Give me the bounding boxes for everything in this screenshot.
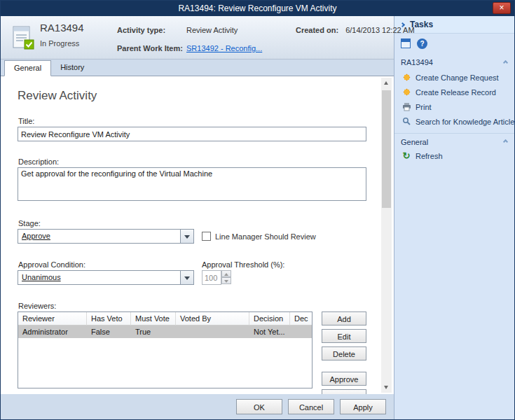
task-create-change-request[interactable]: Create Change Request: [394, 70, 514, 85]
task-search-knowledge-articles[interactable]: Search for Knowledge Articles: [394, 114, 514, 129]
work-item-id: RA13494: [40, 22, 84, 34]
tab-history[interactable]: History: [51, 60, 93, 76]
task-refresh[interactable]: ↻ Refresh: [394, 148, 514, 163]
printer-icon: [401, 102, 411, 111]
approval-condition-dropdown-button[interactable]: [180, 271, 193, 284]
form-heading: Review Activity: [18, 89, 97, 103]
spinner-buttons: [221, 270, 231, 285]
line-manager-checkbox[interactable]: Line Manager Should Review: [202, 232, 316, 241]
cell-decision: Not Yet...: [249, 326, 290, 338]
column-header-decision-date[interactable]: Dec: [290, 312, 313, 326]
tasks-pane: Tasks ? RA13494 Create Change Request: [394, 16, 514, 419]
approval-condition-label: Approval Condition:: [18, 260, 85, 269]
chevron-up-icon: [503, 139, 508, 144]
header-meta-row: Parent Work Item:SR13492 - Reconfig...: [117, 44, 262, 52]
window-title: RA13494: Review Reconfigure VM Activity: [1, 1, 514, 16]
created-on-value: 6/14/2013 12:22 AM: [345, 26, 414, 34]
cell-has-veto: False: [87, 326, 131, 338]
apply-button[interactable]: Apply: [340, 399, 386, 414]
cell-voted-by: [176, 326, 249, 338]
stage-label: Stage:: [18, 219, 41, 227]
activity-type-label: Activity type:: [117, 26, 186, 34]
tasks-section-header-workitem[interactable]: RA13494: [394, 55, 514, 70]
work-item-header: RA13494 In Progress Activity type:Review…: [1, 16, 394, 59]
scroll-up-icon[interactable]: [381, 78, 392, 88]
task-create-release-record[interactable]: Create Release Record: [394, 85, 514, 99]
vertical-scrollbar[interactable]: [381, 78, 392, 393]
tab-bar: General History: [1, 59, 394, 76]
spinner-down-icon[interactable]: [221, 277, 231, 284]
search-icon: [401, 117, 411, 126]
created-on-label: Created on:: [296, 26, 338, 34]
help-icon[interactable]: ?: [417, 38, 427, 49]
chevron-down-icon: [184, 235, 190, 239]
reviewers-table-header: Reviewer Has Veto Must Vote Voted By Dec…: [18, 312, 312, 326]
cancel-button[interactable]: Cancel: [288, 399, 334, 414]
task-item-label: Create Change Request: [416, 74, 499, 82]
stage-value: Approve: [22, 232, 50, 240]
task-item-label: Search for Knowledge Articles: [416, 118, 514, 126]
scrollbar-thumb[interactable]: [382, 90, 391, 208]
column-header-reviewer[interactable]: Reviewer: [18, 312, 87, 326]
starburst-icon: [401, 88, 411, 97]
stage-dropdown[interactable]: Approve: [18, 229, 194, 244]
task-item-label: Refresh: [416, 152, 443, 160]
form-view-icon[interactable]: [401, 38, 411, 48]
column-header-decision[interactable]: Decision: [249, 312, 290, 326]
chevron-up-icon: [503, 59, 508, 64]
reviewers-label: Reviewers:: [18, 302, 56, 310]
task-print[interactable]: Print: [394, 99, 514, 114]
edit-button[interactable]: Edit: [322, 329, 366, 343]
approval-condition-dropdown[interactable]: Unanimous: [18, 270, 194, 285]
approval-condition-value: Unanimous: [22, 273, 61, 281]
tasks-section-header-general[interactable]: General: [394, 133, 514, 148]
work-item-status: In Progress: [40, 39, 79, 48]
reject-button[interactable]: Reject: [322, 389, 366, 394]
column-header-must-vote[interactable]: Must Vote: [131, 312, 176, 326]
spinner-up-icon[interactable]: [221, 270, 231, 277]
task-item-label: Print: [416, 103, 432, 111]
tab-general[interactable]: General: [4, 60, 51, 76]
tasks-section-title: General: [401, 138, 428, 146]
approve-button[interactable]: Approve: [322, 372, 366, 386]
column-header-has-veto[interactable]: Has Veto: [87, 312, 131, 326]
description-input[interactable]: Get approval for the reconfiguring of th…: [18, 167, 366, 201]
ok-button[interactable]: OK: [236, 399, 282, 414]
form-pane: RA13494 In Progress Activity type:Review…: [1, 16, 394, 419]
form-body: Review Activity Title: Description: Get …: [1, 76, 394, 394]
column-header-voted-by[interactable]: Voted By: [176, 312, 249, 326]
description-label: Description:: [18, 158, 59, 166]
tasks-section-title: RA13494: [401, 58, 433, 66]
approval-threshold-label: Approval Threshold (%):: [202, 260, 284, 269]
add-button[interactable]: Add: [322, 312, 366, 326]
scroll-down-icon[interactable]: [381, 382, 392, 393]
cell-decision-date: [290, 326, 313, 338]
review-activity-icon: [11, 24, 36, 52]
window-body: RA13494 In Progress Activity type:Review…: [1, 16, 514, 419]
activity-window: RA13494: Review Reconfigure VM Activity …: [0, 0, 515, 420]
activity-type-value: Review Activity: [186, 26, 296, 34]
task-item-label: Create Release Record: [416, 88, 496, 97]
chevron-down-icon: [184, 276, 190, 280]
line-manager-label: Line Manager Should Review: [215, 232, 316, 241]
cell-reviewer: Administrator: [18, 326, 87, 338]
tasks-toolbar: ?: [394, 34, 514, 53]
approval-threshold-input[interactable]: [202, 270, 221, 285]
parent-work-item-label: Parent Work Item:: [117, 44, 186, 52]
approval-threshold-spinner: [202, 270, 231, 285]
close-button[interactable]: ×: [493, 2, 511, 14]
header-meta-row: Activity type:Review ActivityCreated on:…: [117, 26, 415, 34]
titlebar[interactable]: RA13494: Review Reconfigure VM Activity …: [1, 1, 514, 16]
delete-button[interactable]: Delete: [322, 346, 366, 360]
parent-work-item-link[interactable]: SR13492 - Reconfig...: [186, 44, 262, 52]
stage-dropdown-button[interactable]: [180, 230, 193, 243]
title-input[interactable]: [18, 127, 366, 141]
table-row[interactable]: Administrator False True Not Yet...: [18, 326, 312, 338]
title-label: Title:: [18, 117, 34, 125]
refresh-icon: ↻: [401, 151, 411, 160]
cell-must-vote: True: [131, 326, 176, 338]
checkbox-box-icon[interactable]: [202, 232, 211, 241]
starburst-icon: [401, 73, 411, 82]
dialog-footer: OK Cancel Apply: [1, 394, 394, 419]
reviewers-table: Reviewer Has Veto Must Vote Voted By Dec…: [18, 312, 313, 388]
